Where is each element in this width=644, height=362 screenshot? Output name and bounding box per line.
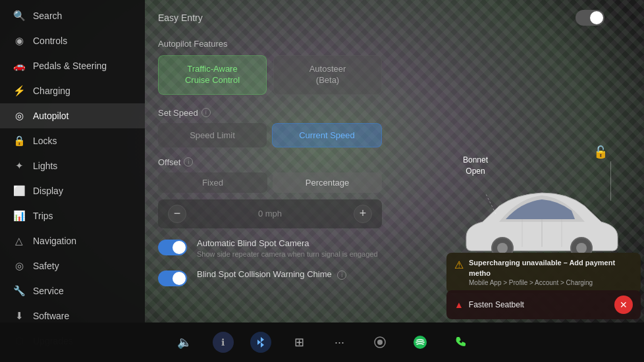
sidebar-label-software: Software [33, 311, 69, 321]
offset-percentage-btn[interactable]: Percentage [273, 172, 382, 193]
speed-buttons-group: Speed Limit Current Speed [158, 123, 382, 147]
sidebar-label-service: Service [33, 286, 64, 296]
sidebar-label-search: Search [33, 11, 62, 21]
sidebar-label-pedals: Pedals & Steering [33, 61, 107, 71]
offset-label: Offset i [158, 157, 382, 167]
blind-spot-chime-row: Blind Spot Collision Warning Chime i [158, 269, 408, 286]
controls-icon: ◉ [13, 35, 25, 47]
bluetooth-icon[interactable] [250, 332, 271, 353]
sidebar-label-controls: Controls [33, 36, 67, 46]
svg-point-2 [497, 243, 508, 253]
set-speed-section: Set Speed i Speed Limit Current Speed [158, 108, 382, 147]
trips-icon: 📊 [13, 210, 25, 222]
sidebar-item-navigation[interactable]: △ Navigation [0, 228, 145, 253]
sidebar-label-lights: Lights [33, 161, 57, 171]
sidebar-item-safety[interactable]: ◎ Safety [0, 253, 145, 278]
sidebar-item-trips[interactable]: 📊 Trips [0, 203, 145, 228]
warning-icon: ⚠ [454, 259, 464, 271]
safety-icon: ◎ [13, 260, 25, 272]
sidebar-item-search[interactable]: 🔍 Search [0, 3, 145, 28]
camera-icon[interactable] [368, 330, 392, 354]
lock-open-icon: 🔓 [593, 145, 608, 159]
sidebar-label-safety: Safety [33, 261, 59, 271]
blind-spot-camera-desc: Show side repeater camera when turn sign… [197, 249, 378, 259]
set-speed-info-icon[interactable]: i [201, 108, 211, 117]
seatbelt-warning-icon: ▲ [454, 299, 464, 310]
sidebar-label-trips: Trips [33, 211, 53, 221]
sidebar-item-pedals[interactable]: 🚗 Pedals & Steering [0, 53, 145, 78]
sidebar-item-display[interactable]: ⬜ Display [0, 178, 145, 203]
offset-info-icon[interactable]: i [184, 157, 193, 167]
speed-limit-btn[interactable]: Speed Limit [158, 123, 267, 147]
current-speed-btn[interactable]: Current Speed [272, 123, 382, 147]
set-speed-label: Set Speed i [158, 108, 382, 118]
sidebar-item-controls[interactable]: ◉ Controls [0, 28, 145, 53]
stepper-plus-btn[interactable]: + [354, 205, 372, 223]
blind-spot-camera-title: Automatic Blind Spot Camera [197, 238, 378, 248]
sidebar-label-autopilot: Autopilot [33, 111, 68, 121]
easy-entry-row: Easy Entry [158, 10, 631, 26]
chime-info-icon[interactable]: i [337, 271, 346, 280]
offset-fixed-btn[interactable]: Fixed [158, 172, 267, 193]
phone-icon[interactable] [448, 330, 472, 354]
seatbelt-notification[interactable]: ▲ Fasten Seatbelt ✕ [446, 290, 641, 319]
sidebar: 🔍 Search ◉ Controls 🚗 Pedals & Steering … [0, 0, 145, 323]
locks-icon: 🔒 [13, 135, 25, 147]
sidebar-item-autopilot[interactable]: ◎ Autopilot [0, 103, 145, 128]
stepper-value: 0 mph [193, 209, 347, 219]
apps-icon[interactable]: ⊞ [288, 330, 311, 354]
more-icon[interactable]: ··· [328, 330, 352, 354]
seatbelt-text: Fasten Seatbelt [469, 300, 524, 309]
display-icon: ⬜ [13, 185, 25, 197]
blind-spot-chime-text: Blind Spot Collision Warning Chime i [197, 269, 346, 281]
blind-spot-camera-text: Automatic Blind Spot Camera Show side re… [197, 238, 378, 259]
search-icon: 🔍 [13, 10, 25, 22]
autopilot-icon: ◎ [13, 110, 25, 122]
navigation-icon: △ [13, 235, 25, 247]
svg-point-11 [414, 336, 427, 349]
sidebar-label-charging: Charging [33, 86, 70, 96]
stepper-minus-btn[interactable]: − [168, 205, 186, 223]
speed-stepper: − 0 mph + [158, 199, 382, 228]
notification-title: Supercharging unavailable – Add payment … [469, 258, 633, 278]
svg-point-10 [377, 340, 383, 345]
sidebar-label-navigation: Navigation [33, 236, 76, 246]
offset-buttons-group: Fixed Percentage [158, 172, 382, 193]
volume-icon[interactable]: 🔈 [173, 330, 196, 354]
autosteer-btn[interactable]: Autosteer(Beta) [273, 55, 382, 95]
charging-icon: ⚡ [13, 85, 25, 97]
blind-spot-chime-toggle[interactable] [158, 271, 187, 286]
easy-entry-label: Easy Entry [158, 13, 203, 23]
sidebar-item-lights[interactable]: ✦ Lights [0, 153, 145, 178]
service-icon: 🔧 [13, 285, 25, 297]
svg-point-4 [576, 243, 587, 253]
lights-icon: ✦ [13, 160, 25, 172]
notification-subtitle: Mobile App > Profile > Account > Chargin… [469, 278, 633, 288]
sidebar-label-display: Display [33, 186, 63, 196]
offset-section: Offset i Fixed Percentage − 0 mph + [158, 157, 382, 228]
spotify-icon[interactable] [408, 330, 432, 354]
taskbar: 🔈 ℹ ⊞ ··· [0, 323, 644, 362]
sidebar-item-service[interactable]: 🔧 Service [0, 278, 145, 303]
notification-text-block: Supercharging unavailable – Add payment … [469, 258, 633, 288]
seatbelt-dismiss-btn[interactable]: ✕ [614, 296, 633, 314]
bonnet-label: Bonnet Open [463, 155, 488, 177]
sidebar-item-charging[interactable]: ⚡ Charging [0, 78, 145, 103]
info-icon[interactable]: ℹ [213, 332, 234, 353]
sidebar-label-locks: Locks [33, 136, 57, 146]
blind-spot-camera-toggle[interactable] [158, 240, 187, 255]
pedals-icon: 🚗 [13, 60, 25, 72]
blind-spot-chime-title: Blind Spot Collision Warning Chime i [197, 269, 346, 280]
supercharging-notification[interactable]: ⚠ Supercharging unavailable – Add paymen… [446, 253, 641, 293]
software-icon: ⬇ [13, 310, 25, 322]
blind-spot-camera-row: Automatic Blind Spot Camera Show side re… [158, 238, 408, 259]
sidebar-item-locks[interactable]: 🔒 Locks [0, 128, 145, 153]
easy-entry-toggle[interactable] [576, 10, 604, 26]
feature-buttons-group: Traffic-AwareCruise Control Autosteer(Be… [158, 55, 382, 95]
traffic-aware-btn[interactable]: Traffic-AwareCruise Control [158, 55, 267, 95]
